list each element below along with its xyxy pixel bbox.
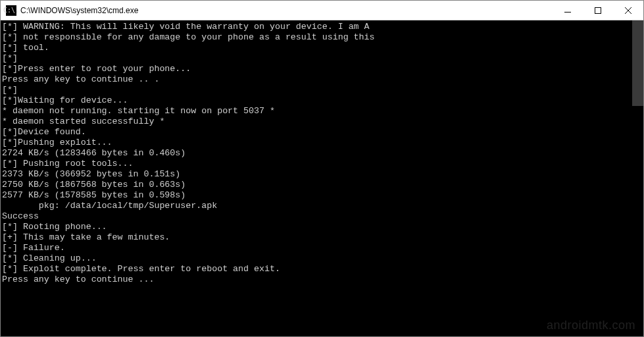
window-title: C:\WINDOWS\system32\cmd.exe [20, 6, 553, 15]
console-area[interactable]: [*] WARNING: This will likely void the w… [1, 20, 643, 336]
maximize-icon [595, 7, 601, 14]
window-controls [553, 1, 643, 20]
minimize-icon [564, 12, 571, 13]
maximize-button[interactable] [583, 1, 613, 20]
titlebar[interactable]: C:\. C:\WINDOWS\system32\cmd.exe [1, 1, 643, 20]
scrollbar-track[interactable] [632, 20, 643, 336]
minimize-button[interactable] [553, 1, 583, 20]
cmd-icon: C:\. [6, 5, 16, 16]
cmd-window: C:\. C:\WINDOWS\system32\cmd.exe [*] WAR… [0, 0, 644, 337]
scrollbar-thumb[interactable] [632, 20, 643, 106]
console-output: [*] WARNING: This will likely void the w… [1, 20, 643, 285]
watermark: androidmtk.com [547, 319, 635, 332]
close-icon [625, 5, 632, 16]
close-button[interactable] [613, 1, 643, 20]
